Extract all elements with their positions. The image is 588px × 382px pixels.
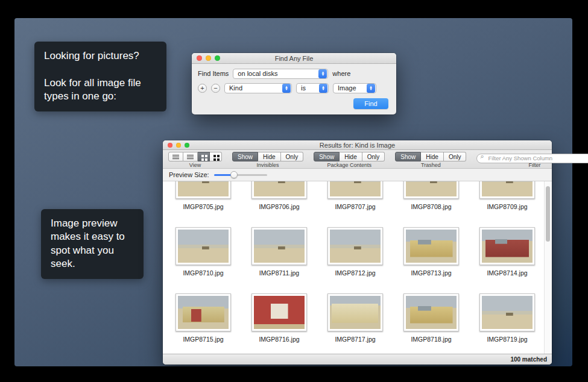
thumbnail-frame[interactable] [175, 227, 231, 265]
view-list-button[interactable] [168, 152, 183, 161]
thumbnail-frame[interactable] [327, 181, 383, 199]
invisibles-only-button[interactable]: Only [281, 152, 304, 161]
thumbnail-frame[interactable] [175, 181, 231, 199]
result-item[interactable]: IMGP8708.jpg [393, 181, 469, 210]
add-rule-button[interactable]: + [198, 84, 207, 93]
trashed-hide-button[interactable]: Hide [421, 152, 444, 161]
results-toolbar: View Show Hide Only Invisibles Show Hide… [163, 150, 552, 169]
view-label: View [189, 162, 201, 168]
results-window-titlebar[interactable]: Results for: Kind is Image [163, 140, 552, 150]
match-count: 100 matched [510, 356, 547, 363]
scrollbar-thumb[interactable] [546, 186, 550, 242]
result-item[interactable]: IMGP8718.jpg [393, 293, 469, 343]
result-item[interactable]: IMGP8706.jpg [241, 181, 317, 210]
result-item[interactable]: IMGP8714.jpg [469, 227, 545, 277]
slider-track [214, 174, 267, 176]
thumbnail-frame[interactable] [327, 227, 383, 265]
thumbnail-image[interactable] [254, 181, 305, 196]
results-content-area: IMGP8705.jpgIMGP8706.jpgIMGP8707.jpgIMGP… [163, 181, 552, 354]
result-row: IMGP8715.jpgIMGP8716.jpgIMGP8717.jpgIMGP… [165, 293, 552, 354]
close-button[interactable] [168, 143, 172, 148]
thumbnail-image[interactable] [178, 230, 229, 263]
thumbnail-image[interactable] [482, 230, 533, 263]
file-name: IMGP8716.jpg [259, 336, 299, 343]
file-name: IMGP8713.jpg [411, 269, 451, 277]
grid-icon [213, 155, 216, 157]
remove-rule-button[interactable]: − [211, 84, 220, 93]
search-scope-popup[interactable]: on local disks ▲▼ [233, 69, 328, 79]
zoom-button[interactable] [185, 143, 189, 148]
thumbnail-frame[interactable] [403, 227, 459, 265]
thumbnail-image[interactable] [330, 181, 381, 196]
popup-stepper-icon: ▲▼ [282, 84, 291, 93]
thumbnail-frame[interactable] [403, 293, 459, 331]
thumbnail-frame[interactable] [479, 293, 535, 331]
trashed-show-button[interactable]: Show [395, 152, 421, 161]
result-item[interactable]: IMGP8710.jpg [165, 227, 241, 277]
filter-input[interactable] [476, 154, 588, 163]
view-icons-button[interactable] [198, 152, 210, 161]
result-item[interactable]: IMGP8707.jpg [317, 181, 393, 210]
grid-icon [201, 155, 204, 157]
thumbnail-image[interactable] [178, 181, 229, 196]
slider-knob[interactable] [230, 171, 238, 178]
thumbnail-image[interactable] [330, 230, 381, 263]
thumbnail-image[interactable] [254, 230, 305, 263]
search-scope-value: on local disks [238, 70, 277, 77]
zoom-button[interactable] [215, 55, 220, 61]
result-item[interactable]: IMGP8705.jpg [165, 181, 241, 210]
find-button[interactable]: Find [353, 98, 388, 109]
file-name: IMGP8710.jpg [183, 269, 223, 277]
rule-operator-popup[interactable]: is ▲▼ [296, 83, 329, 93]
package-contents-control-group: Show Hide Only Package Contents [314, 152, 385, 168]
thumbnail-image[interactable] [178, 296, 229, 329]
thumbnail-frame[interactable] [479, 227, 535, 265]
thumbnail-frame[interactable] [479, 181, 535, 199]
minimize-button[interactable] [176, 143, 181, 148]
filter-control-group: ⌕ Filter [476, 152, 588, 168]
find-any-file-window: Find Any File Find Items on local disks … [192, 53, 396, 114]
trashed-only-button[interactable]: Only [444, 152, 467, 161]
window-title: Find Any File [192, 55, 396, 62]
result-item[interactable]: IMGP8713.jpg [393, 227, 469, 277]
package-contents-hide-button[interactable]: Hide [340, 152, 362, 161]
invisibles-show-button[interactable]: Show [232, 152, 258, 161]
result-item[interactable]: IMGP8719.jpg [469, 293, 545, 343]
result-item[interactable]: IMGP8709.jpg [469, 181, 545, 210]
find-window-titlebar[interactable]: Find Any File [192, 53, 396, 64]
thumbnail-frame[interactable] [175, 293, 231, 331]
thumbnail-frame[interactable] [403, 181, 459, 199]
package-contents-only-button[interactable]: Only [362, 152, 385, 161]
popup-stepper-icon: ▲▼ [367, 84, 375, 93]
vertical-scrollbar[interactable] [544, 181, 552, 354]
result-item[interactable]: IMGP8712.jpg [317, 227, 393, 277]
result-item[interactable]: IMGP8717.jpg [317, 293, 393, 343]
file-name: IMGP8705.jpg [183, 203, 223, 210]
window-title: Results for: Kind is Image [163, 142, 552, 149]
rule-value-popup[interactable]: Image ▲▼ [333, 83, 376, 93]
invisibles-hide-button[interactable]: Hide [258, 152, 281, 161]
thumbnail-image[interactable] [406, 230, 457, 263]
result-item[interactable]: IMGP8716.jpg [241, 293, 317, 343]
result-item[interactable]: IMGP8715.jpg [165, 293, 241, 343]
preview-size-slider[interactable] [214, 171, 267, 178]
thumbnail-image[interactable] [482, 296, 533, 329]
view-hierarchy-button[interactable] [183, 152, 198, 161]
thumbnail-frame[interactable] [251, 293, 307, 331]
thumbnail-image[interactable] [482, 181, 533, 196]
thumbnail-frame[interactable] [251, 181, 307, 199]
thumbnail-frame[interactable] [251, 227, 307, 265]
result-item[interactable]: IMGP8711.jpg [241, 227, 317, 277]
rule-attribute-popup[interactable]: Kind ▲▼ [224, 83, 292, 93]
package-contents-show-button[interactable]: Show [314, 152, 340, 161]
close-button[interactable] [197, 55, 202, 61]
callout-looking-for-pictures: Looking for pictures? Look for all image… [34, 42, 166, 111]
preview-size-bar: Preview Size: [163, 169, 552, 181]
minimize-button[interactable] [206, 55, 211, 61]
view-columns-button[interactable] [210, 152, 222, 161]
thumbnail-image[interactable] [330, 296, 381, 329]
thumbnail-image[interactable] [406, 296, 457, 329]
thumbnail-image[interactable] [254, 296, 305, 329]
thumbnail-frame[interactable] [327, 293, 383, 331]
thumbnail-image[interactable] [406, 181, 457, 196]
